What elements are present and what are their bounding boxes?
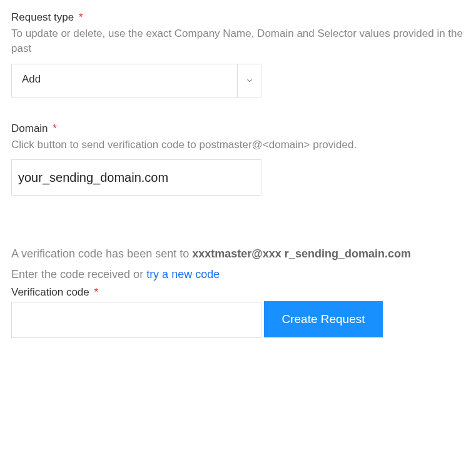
verification-enter-prefix: Enter the code received or <box>11 268 146 281</box>
try-new-code-link[interactable]: try a new code <box>146 268 220 281</box>
verification-code-label-text: Verification code <box>11 286 89 298</box>
request-type-hint: To update or delete, use the exact Compa… <box>11 26 465 56</box>
verification-masked-email: xxxtmaster@xxx <box>192 247 281 260</box>
chevron-down-icon <box>237 64 261 97</box>
verification-code-label: Verification code * <box>11 286 465 299</box>
request-type-select[interactable]: Add <box>11 64 261 97</box>
domain-label: Domain * <box>11 122 465 135</box>
verification-enter-or: Enter the code received or try a new cod… <box>11 268 465 281</box>
required-mark: * <box>79 11 83 23</box>
required-mark: * <box>53 122 57 134</box>
required-mark: * <box>94 286 98 298</box>
verification-domain-tail: r_sending_domain.com <box>281 247 411 260</box>
request-type-label: Request type * <box>11 11 465 24</box>
domain-hint: Click button to send verification code t… <box>11 137 465 152</box>
domain-label-text: Domain <box>11 122 48 134</box>
domain-input[interactable] <box>11 159 261 196</box>
verification-sent-message: A verification code has been sent to xxx… <box>11 246 465 263</box>
verification-sent-prefix: A verification code has been sent to <box>11 247 189 260</box>
request-type-label-text: Request type <box>11 11 74 23</box>
verification-code-input[interactable] <box>11 302 261 338</box>
create-request-button[interactable]: Create Request <box>264 301 382 337</box>
request-type-selected-value: Add <box>12 64 237 97</box>
